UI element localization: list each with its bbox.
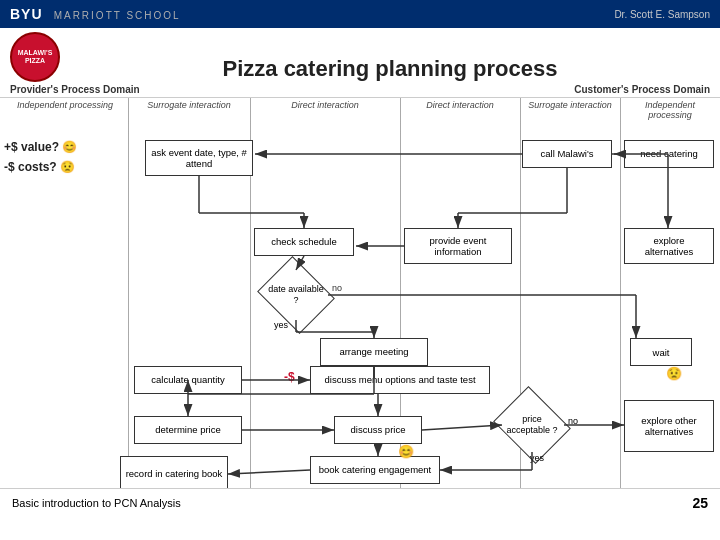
need-catering-box: need catering: [624, 140, 714, 168]
svg-line-31: [228, 470, 310, 474]
call-malawi-box: call Malawi's: [522, 140, 612, 168]
date-available-diamond: date available ?: [266, 270, 326, 320]
price-acceptable-diamond: price acceptable ?: [502, 400, 562, 450]
provider-domain-label: Provider's Process Domain: [10, 84, 140, 95]
institution-logo: BYU MARRIOTT SCHOOL: [10, 6, 181, 22]
byu-text: BYU: [10, 6, 43, 22]
yes-label-price: yes: [530, 453, 544, 463]
discuss-menu-box: discuss menu options and taste test: [310, 366, 490, 394]
svg-text:no: no: [332, 283, 342, 293]
pizza-logo: MALAWI'SPIZZA: [10, 32, 60, 82]
book-catering-box: book catering engagement: [310, 456, 440, 484]
ask-event-box: ask event date, type, # attend: [145, 140, 253, 176]
check-schedule-box: check schedule: [254, 228, 354, 256]
yes-label-1: yes: [274, 320, 288, 330]
page-title: Pizza catering planning process: [70, 56, 710, 82]
svg-line-27: [422, 425, 502, 430]
author-name: Dr. Scott E. Sampson: [614, 9, 710, 20]
explore-alt2-box: explore other alternatives: [624, 400, 714, 452]
col-header-6: Independent processing: [622, 100, 718, 120]
customer-domain-label: Customer's Process Domain: [574, 84, 710, 95]
col-header-2: Surrogate interaction: [130, 100, 248, 110]
diagram: Independent processing Surrogate interac…: [0, 98, 720, 488]
wait-sad-icon: 😟: [666, 366, 682, 381]
col-header-3: Direct interaction: [252, 100, 398, 110]
page-number: 25: [692, 495, 708, 511]
no-label-price: no: [568, 416, 578, 426]
col-line-1: [128, 98, 129, 488]
col-header-5: Surrogate interaction: [522, 100, 618, 110]
school-name: MARRIOTT SCHOOL: [54, 10, 181, 21]
header: BYU MARRIOTT SCHOOL Dr. Scott E. Sampson: [0, 0, 720, 28]
footer-text: Basic introduction to PCN Analysis: [12, 497, 181, 509]
calculate-qty-box: calculate quantity: [134, 366, 242, 394]
arrange-meeting-box: arrange meeting: [320, 338, 428, 366]
col-line-5: [620, 98, 621, 488]
title-area: MALAWI'SPIZZA Pizza catering planning pr…: [0, 28, 720, 84]
provide-event-box: provide event information: [404, 228, 512, 264]
determine-price-box: determine price: [134, 416, 242, 444]
col-header-1: Independent processing: [2, 100, 128, 110]
col-header-4: Direct interaction: [402, 100, 518, 110]
explore-alt1-box: explore alternatives: [624, 228, 714, 264]
value-minus-label: -$ costs? 😟: [4, 160, 75, 174]
cost-label: -$: [284, 370, 295, 384]
discuss-price-box: discuss price: [334, 416, 422, 444]
value-plus-label: +$ value? 😊: [4, 140, 77, 154]
logo-area: MALAWI'SPIZZA: [10, 32, 60, 82]
happy-icon: 😊: [398, 444, 414, 459]
wait-box: wait: [630, 338, 692, 366]
record-catering-box: record in catering book: [120, 456, 228, 488]
domain-labels: Provider's Process Domain Customer's Pro…: [0, 84, 720, 98]
footer: Basic introduction to PCN Analysis 25: [0, 488, 720, 516]
